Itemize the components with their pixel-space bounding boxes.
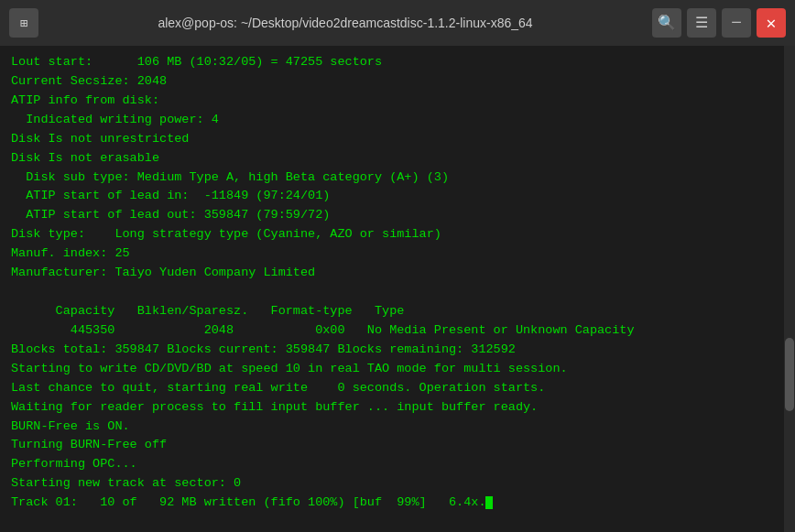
scrollbar[interactable] xyxy=(784,46,795,532)
menu-button[interactable]: ☰ xyxy=(687,8,716,38)
minimize-button[interactable]: ─ xyxy=(722,8,751,38)
terminal-window: ⊞ alex@pop-os: ~/Desktop/video2dreamcast… xyxy=(0,0,795,532)
app-icon: ⊞ xyxy=(9,8,38,38)
minimize-icon: ─ xyxy=(732,15,741,31)
menu-icon: ☰ xyxy=(695,14,708,32)
close-button[interactable]: ✕ xyxy=(757,8,786,38)
titlebar: ⊞ alex@pop-os: ~/Desktop/video2dreamcast… xyxy=(0,0,795,46)
window-title: alex@pop-os: ~/Desktop/video2dreamcastdi… xyxy=(38,16,652,30)
scrollbar-thumb[interactable] xyxy=(785,338,794,411)
terminal-cursor xyxy=(485,496,493,509)
titlebar-controls: 🔍 ☰ ─ ✕ xyxy=(652,8,786,38)
close-icon: ✕ xyxy=(767,13,777,33)
terminal-body[interactable]: Lout start: 106 MB (10:32/05) = 47255 se… xyxy=(0,46,795,532)
search-icon: 🔍 xyxy=(658,14,676,32)
terminal-output: Lout start: 106 MB (10:32/05) = 47255 se… xyxy=(11,53,784,513)
app-icon-symbol: ⊞ xyxy=(20,16,27,31)
search-button[interactable]: 🔍 xyxy=(652,8,681,38)
titlebar-left: ⊞ xyxy=(9,8,38,38)
